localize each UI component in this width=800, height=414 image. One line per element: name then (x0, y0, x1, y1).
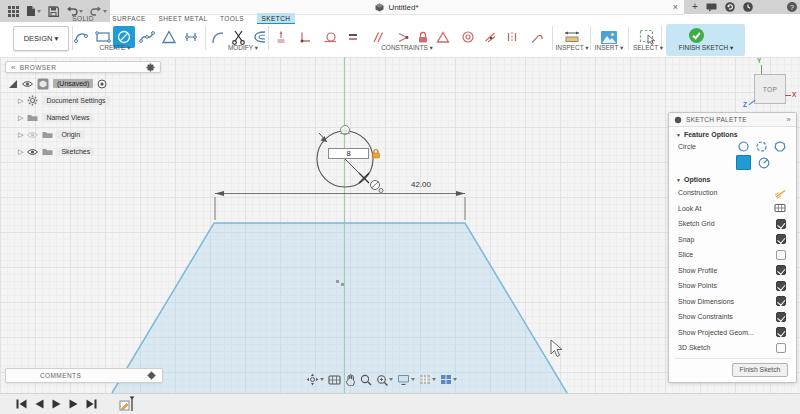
browser-item-label[interactable]: Document Settings (42, 96, 109, 105)
inspect-group-label[interactable]: INSPECT ▾ (555, 44, 588, 52)
select-group-label[interactable]: SELECT ▾ (633, 44, 663, 52)
palette-finish-sketch-button[interactable]: Finish Sketch (732, 363, 788, 377)
look-at-button[interactable] (328, 374, 341, 385)
constraints-group-label[interactable]: CONSTRAINTS ▾ (381, 44, 433, 52)
browser-gear-icon[interactable] (146, 63, 155, 72)
history-clock-icon[interactable] (743, 2, 753, 12)
finish-sketch-label[interactable]: FINISH SKETCH ▾ (679, 44, 734, 52)
tab-sheet-metal[interactable]: SHEET METAL (153, 13, 213, 24)
browser-item-document-settings[interactable]: ▷ Document Settings (18, 94, 110, 107)
comments-icon[interactable] (706, 3, 717, 12)
display-settings-button[interactable] (397, 374, 415, 385)
two-point-circle-option-icon[interactable] (756, 141, 767, 152)
comments-panel-header[interactable]: COMMENTS (5, 368, 163, 383)
fusion360-window: Untitled* × + ? SOLID SURFACE SHEET META… (0, 0, 800, 414)
sketch-dimension-button[interactable] (271, 27, 291, 47)
look-at-label: Look At (678, 205, 701, 212)
show-constraints-checkbox[interactable] (776, 312, 786, 322)
dimension-value-label[interactable]: 42.00 (402, 180, 440, 189)
browser-root-label[interactable]: (Unsaved) (53, 79, 93, 88)
center-circle-option-icon[interactable] (738, 141, 749, 152)
viewports-button[interactable] (440, 374, 457, 385)
expand-caret-icon[interactable]: ▷ (18, 131, 23, 138)
timeline-step-back-button[interactable] (35, 399, 44, 409)
browser-item-label[interactable]: Origin (57, 130, 84, 139)
snap-checkbox[interactable] (776, 234, 786, 244)
browser-item-sketches[interactable]: ▷ Sketches (18, 145, 94, 158)
curvature-constraint-button[interactable] (527, 27, 547, 47)
zoom-button[interactable] (360, 374, 372, 386)
browser-item-label[interactable]: Sketches (57, 147, 94, 156)
palette-option-row: Show Profile (669, 263, 796, 279)
fillet-tool-button[interactable] (207, 26, 229, 48)
coincident-constraint-button[interactable] (480, 27, 500, 47)
tangent-constraint-button[interactable] (320, 27, 340, 47)
close-tab-button[interactable]: × (673, 0, 678, 14)
line-tool-button[interactable] (70, 26, 92, 48)
view-cube[interactable]: TOP (754, 74, 786, 104)
slot-tool-button[interactable] (180, 26, 202, 48)
pan-button[interactable] (345, 374, 356, 386)
tab-tools[interactable]: TOOLS (212, 13, 252, 24)
expand-caret-icon[interactable]: ▷ (18, 148, 23, 155)
spline-tool-button[interactable] (136, 26, 158, 48)
visibility-eye-icon[interactable] (22, 80, 33, 88)
browser-item-named-views[interactable]: ▷ Named Views (18, 111, 93, 124)
visibility-eye-icon[interactable] (27, 148, 38, 156)
show-projected-geometry-checkbox[interactable] (776, 327, 786, 337)
equal-constraint-button[interactable] (343, 27, 363, 47)
design-workspace-dropdown[interactable]: DESIGN ▾ (13, 26, 69, 51)
show-profile-checkbox[interactable] (776, 265, 786, 275)
3d-sketch-label: 3D Sketch (678, 344, 710, 351)
collinear-constraint-button[interactable] (433, 27, 453, 47)
browser-item-origin[interactable]: ▷ Origin (18, 128, 84, 141)
activate-radio-icon[interactable] (97, 79, 107, 89)
options-section-header[interactable]: ▼ Options (669, 172, 796, 185)
grid-settings-button[interactable] (419, 374, 436, 385)
polygon-tool-button[interactable] (158, 26, 180, 48)
diameter-input[interactable] (328, 148, 369, 159)
tab-surface[interactable]: SURFACE (106, 13, 152, 24)
show-dimensions-checkbox[interactable] (776, 296, 786, 306)
sketch-grid-checkbox[interactable] (776, 219, 786, 229)
new-tab-button[interactable]: + (692, 2, 698, 12)
feature-options-section-header[interactable]: ▼ Feature Options (669, 127, 796, 140)
zoom-window-button[interactable] (376, 374, 393, 386)
sketch-canvas[interactable]: 42.00 TOP Y X Z « BROWSER (Unsaved) (0, 57, 800, 393)
sketch-palette-header[interactable]: SKETCH PALETTE » (669, 113, 796, 127)
comments-gear-icon[interactable] (147, 371, 156, 380)
palette-collapse-icon[interactable]: » (786, 115, 791, 124)
orbit-button[interactable] (306, 373, 324, 386)
show-points-checkbox[interactable] (776, 281, 786, 291)
timeline-step-forward-button[interactable] (69, 399, 78, 409)
timeline-skip-start-button[interactable] (16, 399, 27, 409)
modify-group-label[interactable]: MODIFY ▾ (228, 44, 258, 52)
sync-status-icon[interactable] (725, 2, 735, 12)
selected-circle-mode-swatch[interactable] (736, 155, 751, 170)
palette-option-row: Snap (669, 232, 796, 248)
browser-item-label[interactable]: Named Views (42, 113, 93, 122)
timeline-play-button[interactable] (52, 399, 61, 409)
concentric-constraint-button[interactable] (458, 27, 478, 47)
slice-checkbox[interactable] (776, 250, 786, 260)
expand-caret-icon[interactable]: ▷ (18, 114, 23, 121)
browser-root-item[interactable]: (Unsaved) (8, 77, 107, 90)
create-group-label[interactable]: CREATE ▾ (100, 44, 131, 52)
look-at-option-icon[interactable] (774, 203, 786, 213)
tab-solid[interactable]: SOLID (63, 13, 103, 24)
browser-collapse-icon[interactable]: « (11, 63, 16, 72)
help-icon[interactable]: ? (787, 2, 797, 12)
visibility-eye-off-icon[interactable] (27, 131, 38, 139)
three-point-circle-option-icon[interactable] (774, 141, 786, 152)
browser-panel-header[interactable]: « BROWSER (5, 61, 161, 73)
timeline-skip-end-button[interactable] (86, 399, 97, 409)
symmetry-constraint-button[interactable] (502, 27, 522, 47)
construction-toggle-icon[interactable] (774, 187, 786, 199)
timeline-sketch-marker[interactable] (119, 396, 137, 412)
tangent-circle-option-icon[interactable] (758, 157, 770, 169)
horizontal-vertical-constraint-button[interactable] (295, 27, 315, 47)
insert-group-label[interactable]: INSERT ▾ (595, 44, 624, 52)
navigation-toolbar (306, 372, 457, 387)
expand-caret-icon[interactable]: ▷ (18, 97, 23, 104)
3d-sketch-checkbox[interactable] (776, 343, 786, 353)
